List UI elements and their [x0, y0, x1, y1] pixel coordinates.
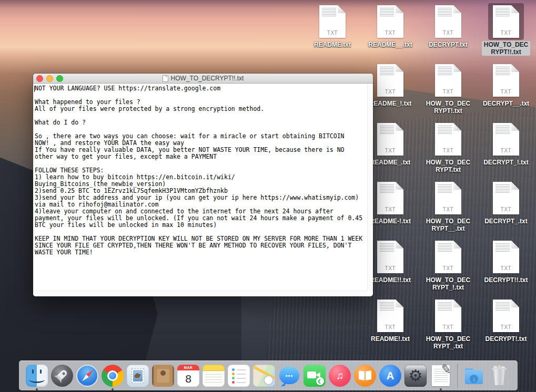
file-label: HOW_TO_DECRYPT_!.txt [424, 276, 472, 291]
txt-file-icon: TXT [319, 5, 346, 38]
file-label: README!.txt [371, 335, 410, 343]
running-indicator [112, 388, 114, 390]
horizontal-scrollbar[interactable] [33, 291, 367, 296]
dock-item-trash[interactable] [488, 364, 510, 388]
file-label: DECRYPT_.txt [484, 218, 528, 225]
close-button[interactable] [36, 75, 43, 82]
dock-item-ibooks[interactable] [354, 364, 376, 388]
file-label: README.txt [314, 41, 351, 48]
download-arrow-icon: ↓ [470, 375, 478, 383]
file-label: README-!.txt [370, 218, 411, 225]
minimize-button[interactable] [46, 75, 53, 82]
desktop-icon[interactable]: TXT DECRYPT!.txt [477, 297, 535, 343]
file-label: DECRYPT!.txt [486, 335, 527, 343]
calendar-month: MAR [177, 365, 199, 370]
dock-item-launchpad[interactable] [51, 364, 73, 388]
dock-item-messages[interactable]: ••• [278, 364, 300, 388]
dock-item-finder[interactable] [26, 364, 48, 388]
file-label: DECRYPT_!.txt [483, 159, 529, 166]
trash-icon [488, 365, 510, 387]
running-indicator [440, 388, 442, 390]
calendar-icon: MAR 8 [177, 365, 199, 387]
txt-file-icon: TXT [493, 241, 519, 273]
zoom-button[interactable] [56, 75, 63, 82]
dock-item-calendar[interactable]: MAR 8 [177, 364, 199, 388]
dock-item-facetime[interactable] [304, 364, 326, 388]
desktop-icon[interactable]: TXT README!.txt [361, 297, 419, 343]
dock-item-downloads[interactable]: ↓ [463, 364, 485, 388]
txt-file-icon: TXT [377, 123, 403, 156]
facetime-camera-icon [304, 365, 326, 387]
window-titlebar[interactable]: HOW_TO_DECRYPT!!.txt [33, 74, 373, 84]
dock-item-system-preferences[interactable]: ⚙ [404, 364, 427, 388]
reminders-list-icon [228, 365, 250, 387]
file-label: HOW_TO_DECRYPT__.txt [424, 218, 472, 232]
finder-icon [26, 365, 48, 387]
desktop-icon[interactable]: TXT DECRYPT__.txt [477, 62, 535, 107]
dock-item-mail[interactable] [127, 364, 149, 388]
mail-stamp-icon [127, 365, 149, 387]
file-label: DECRYPT__.txt [483, 100, 529, 107]
txt-file-icon: TXT [377, 300, 403, 332]
txt-file-icon: TXT [377, 64, 403, 97]
txt-file-icon: TXT [435, 64, 461, 97]
ibooks-book-icon [354, 365, 376, 387]
calendar-day: 8 [177, 370, 199, 387]
desktop-icon[interactable]: TXT README.txt [304, 3, 361, 48]
dock-item-app-store[interactable]: A [379, 364, 401, 388]
vertical-scrollbar[interactable] [367, 84, 373, 291]
dock-item-maps[interactable] [253, 364, 275, 388]
dock-item-safari[interactable] [76, 364, 98, 388]
textedit-pen-icon: ✎ [430, 365, 452, 387]
dock-item-itunes[interactable]: ♫ [329, 364, 351, 388]
txt-file-icon: TXT [377, 182, 403, 214]
app-store-icon: A [379, 365, 401, 387]
txt-file-icon: TXT [493, 300, 519, 332]
document-icon [163, 75, 168, 82]
running-indicator [36, 388, 38, 390]
file-label: DECRYPT.txt [429, 41, 468, 48]
window-title-text: HOW_TO_DECRYPT!!.txt [171, 75, 244, 82]
window-title: HOW_TO_DECRYPT!!.txt [163, 75, 244, 82]
desktop-icon[interactable]: TXT HOW_TO_DECRYPT_!.txt [419, 239, 477, 291]
dock: MAR 8 ••• ♫ A ⚙ [19, 360, 518, 390]
downloads-folder-icon: ↓ [463, 365, 485, 387]
dock-item-textedit[interactable]: ✎ [430, 364, 452, 388]
dock-item-notes[interactable] [203, 364, 225, 388]
notes-icon [203, 365, 225, 387]
desktop-icon[interactable]: TXT README__.txt [361, 3, 419, 48]
txt-file-icon: TXT [435, 5, 461, 38]
desktop-icon[interactable]: TXT HOW_TO_DECRYPT!.txt [419, 62, 477, 115]
desktop-icon[interactable]: TXT HOW_TO_DECRYPT__.txt [419, 180, 477, 232]
maps-icon [253, 365, 275, 387]
file-label: HOW_TO_DECRYPT!.txt [424, 100, 472, 115]
desktop-icon[interactable]: TXT DECRYPT.txt [419, 3, 477, 48]
text-editor-area[interactable]: NOT YOUR LANGUAGE? USE https://translate… [33, 84, 367, 291]
itunes-music-icon: ♫ [329, 365, 351, 387]
file-label: HOW_TO_DECRYPT_.txt [424, 335, 472, 350]
txt-file-icon: TXT [435, 300, 461, 332]
file-label: HOW_TO_DECRYPT!!.txt [482, 41, 530, 56]
dock-item-reminders[interactable] [228, 364, 250, 388]
desktop-icon-selected[interactable]: TXT HOW_TO_DECRYPT!!.txt [477, 3, 535, 56]
chrome-icon [102, 365, 124, 387]
file-label: README__.txt [368, 41, 412, 48]
desktop-icon[interactable]: TXT DECRYPT!!.txt [477, 239, 535, 284]
desktop-icon[interactable]: TXT DECRYPT_.txt [477, 180, 535, 225]
txt-file-icon: TXT [377, 241, 403, 273]
file-label: DECRYPT!!.txt [484, 276, 528, 284]
desktop-icon[interactable]: TXT DECRYPT_!.txt [477, 121, 535, 166]
txt-file-icon: TXT [493, 123, 519, 156]
ransom-note-text[interactable]: NOT YOUR LANGUAGE? USE https://translate… [33, 84, 367, 256]
textedit-window: HOW_TO_DECRYPT!!.txt NOT YOUR LANGUAGE? … [33, 74, 373, 296]
launchpad-rocket-icon [51, 365, 73, 387]
dock-item-contacts[interactable] [152, 364, 174, 388]
desktop: TXT README.txt TXT README__.txt TXT DECR… [0, 0, 536, 392]
txt-file-icon: TXT [435, 123, 461, 156]
dock-item-chrome[interactable] [102, 364, 124, 388]
desktop-icon[interactable]: TXT HOW_TO_DECRYPT.txt [419, 121, 477, 173]
txt-file-icon: TXT [493, 5, 519, 38]
file-label: README_!.txt [369, 100, 412, 107]
text-cursor [34, 86, 35, 92]
desktop-icon[interactable]: TXT HOW_TO_DECRYPT_.txt [419, 297, 477, 350]
